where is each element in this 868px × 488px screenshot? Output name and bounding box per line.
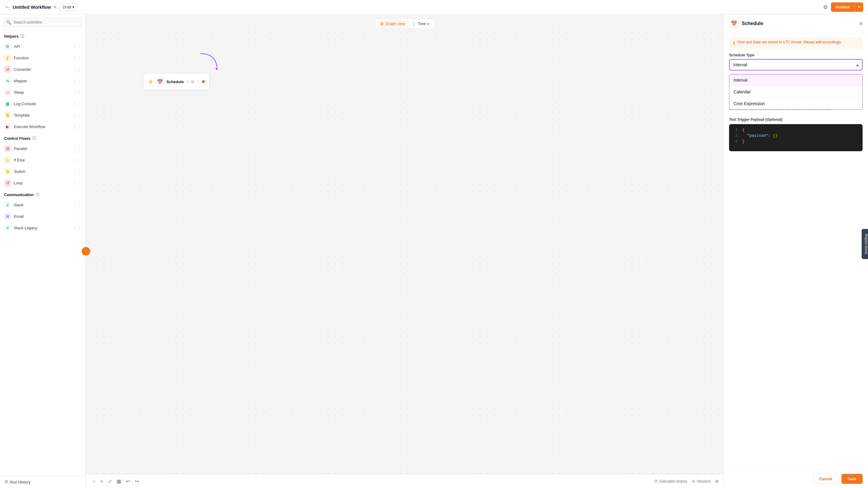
execution-history-icon: ⏱ [654, 479, 658, 484]
zoom-in-button[interactable]: + [98, 478, 104, 485]
sidebar-item-api[interactable]: ⚙ API ⋮⋮ [0, 41, 86, 52]
converter-icon: ⇄ [4, 66, 11, 73]
function-drag-icon: ⋮⋮ [73, 56, 82, 60]
sleep-icon: ◷ [4, 89, 11, 96]
sidebar-item-function[interactable]: ƒ Function ⋮⋮ [0, 52, 86, 64]
execution-history-button[interactable]: ⏱ Execution history [654, 479, 687, 484]
dropdown-option-calendar[interactable]: Calendar [730, 86, 862, 98]
search-icon: 🔍 [6, 20, 11, 25]
schedule-type-label: Schedule Type [729, 53, 863, 57]
log-drag-icon: ⋮⋮ [73, 101, 82, 106]
sidebar-item-mapper[interactable]: ⇆ Mapper ⋮⋮ [0, 75, 86, 87]
switch-label: Switch [14, 169, 25, 174]
sidebar-item-loop[interactable]: ↺ Loop ⋮⋮ [0, 177, 86, 189]
topbar-right: ⚙ Publish ▾ [823, 2, 863, 12]
schedule-type-select-wrapper: Interval Calendar Cron Expression ▲ [729, 59, 863, 70]
node-label: Schedule [166, 79, 184, 84]
node-copy-button[interactable]: ⧉ [191, 79, 194, 84]
converter-drag-icon: ⋮⋮ [73, 67, 82, 72]
slack-drag-icon: ⋮⋮ [73, 202, 82, 207]
run-history[interactable]: ⏱ Run History [0, 476, 86, 488]
execute-icon: ▶ [4, 123, 11, 130]
controlflows-info-icon[interactable]: ⓘ [32, 136, 36, 141]
log-icon: ▦ [4, 100, 11, 107]
code-editor[interactable]: 1 { 2 "payload": {} 3 } [729, 124, 863, 151]
controlflows-label: Control Flows [4, 136, 30, 141]
schedule-type-section: Schedule Type Interval Calendar Cron Exp… [724, 49, 868, 70]
schedule-node[interactable]: ⚡ 📅 Schedule + ⧉ ⋮ [143, 73, 210, 90]
sidebar-item-log[interactable]: ▦ Log Console ⋮⋮ [0, 98, 86, 109]
redo-button[interactable]: ↪ [133, 477, 141, 485]
tree-view-tab[interactable]: ⋮ Tree v [409, 20, 432, 27]
tree-view-icon: ⋮ [412, 22, 416, 26]
edit-icon[interactable]: ✎ [53, 5, 57, 10]
publish-label: Publish [831, 2, 855, 12]
draft-badge[interactable]: Draft ▾ [59, 3, 78, 11]
sidebar-item-ifelse[interactable]: ◇ If Else ⋮⋮ [0, 154, 86, 166]
publish-button[interactable]: Publish ▾ [831, 2, 863, 12]
sidebar-item-parallel[interactable]: ⊟ Parallel ⋮⋮ [0, 143, 86, 154]
mapper-label: Mapper [14, 78, 27, 83]
schedule-type-select[interactable]: Interval Calendar Cron Expression [729, 59, 863, 70]
sidebar: 🔍 Helpers ⓘ ⚙ API ⋮⋮ ƒ Function [0, 14, 86, 488]
search-input[interactable] [4, 18, 82, 27]
info-banner: ℹ Time and Date are stored in UTC format… [729, 37, 863, 49]
tree-view-label: Tree v [418, 22, 429, 26]
back-button[interactable]: ← [5, 4, 10, 10]
panel-close-button[interactable]: × [859, 20, 863, 27]
sidebar-item-email[interactable]: ✉ Email ⋮⋮ [0, 210, 86, 222]
ifelse-drag-icon: ⋮⋮ [73, 158, 82, 162]
grid-icon: ⊞ [715, 479, 718, 484]
email-icon: ✉ [4, 213, 11, 220]
api-drag-icon: ⋮⋮ [73, 44, 82, 49]
report-issue-tab[interactable]: Report Issue [862, 229, 868, 259]
switch-icon: ⊙ [4, 168, 11, 175]
graph-view-icon: ⊞ [380, 22, 384, 26]
versions-icon: ⊖ [692, 479, 695, 484]
template-drag-icon: ⋮⋮ [73, 113, 82, 118]
dropdown-option-cron[interactable]: Cron Expression [730, 98, 862, 109]
section-controlflows: Control Flows ⓘ [0, 132, 86, 143]
sidebar-item-execute[interactable]: ▶ Execute Workflow ⋮⋮ [0, 121, 86, 132]
graph-view-tab[interactable]: ⊞ Graph view [377, 20, 408, 27]
communication-label: Communication [4, 193, 34, 197]
save-button[interactable]: Save [841, 474, 863, 484]
zoom-out-button[interactable]: − [91, 478, 97, 485]
dropdown-option-interval[interactable]: Interval [730, 74, 862, 86]
minimap-button[interactable]: ▦ [115, 477, 123, 485]
publish-arrow-icon: ▾ [855, 2, 863, 12]
fit-button[interactable]: ⤢ [106, 477, 114, 485]
sidebar-item-sleep[interactable]: ◷ Sleep ⋮⋮ [0, 87, 86, 98]
sidebar-collapse-button[interactable]: ‹ [82, 247, 90, 255]
panel-footer: Cancel Save [724, 469, 868, 488]
helpers-info-icon[interactable]: ⓘ [21, 34, 24, 39]
sidebar-item-switch[interactable]: ⊙ Switch ⋮⋮ [0, 166, 86, 177]
node-add-button[interactable]: + [187, 79, 189, 84]
code-line-2: 2 "payload": {} [733, 133, 858, 138]
cancel-button[interactable]: Cancel [813, 474, 838, 484]
template-label: Template [14, 113, 30, 118]
undo-button[interactable]: ↩ [124, 477, 132, 485]
parallel-label: Parallel [14, 147, 27, 151]
mapper-drag-icon: ⋮⋮ [73, 78, 82, 83]
grid-button[interactable]: ⊞ [715, 479, 718, 484]
email-drag-icon: ⋮⋮ [73, 214, 82, 219]
sidebar-item-slack[interactable]: # Slack ⋮⋮ [0, 199, 86, 210]
versions-button[interactable]: ⊖ Versions [692, 479, 711, 484]
node-more-button[interactable]: ⋮ [196, 79, 200, 84]
canvas-area: ⊞ Graph view ⋮ Tree v ⚡ 📅 Schedule + ⧉ ⋮ [86, 14, 723, 488]
topbar-left: ← Untitled Workflow ✎ Draft ▾ [5, 3, 78, 11]
payload-label: Test Trigger Payload (Optional) [729, 118, 863, 122]
sidebar-item-template[interactable]: ⊞ Template ⋮⋮ [0, 109, 86, 121]
execution-history-label: Execution history [660, 479, 687, 484]
versions-label: Versions [697, 479, 711, 484]
info-text: Time and Date are stored in UTC format. … [737, 40, 841, 44]
sidebar-item-slacklegacy[interactable]: # Slack Legacy ⋮⋮ [0, 222, 86, 233]
info-icon: ℹ [733, 40, 735, 46]
communication-info-icon[interactable]: ⓘ [36, 192, 39, 197]
slack-label: Slack [14, 203, 24, 207]
slacklegacy-label: Slack Legacy [14, 226, 37, 230]
sidebar-item-converter[interactable]: ⇄ Converter ⋮⋮ [0, 64, 86, 75]
gear-button[interactable]: ⚙ [823, 4, 828, 10]
helpers-label: Helpers [4, 34, 19, 38]
